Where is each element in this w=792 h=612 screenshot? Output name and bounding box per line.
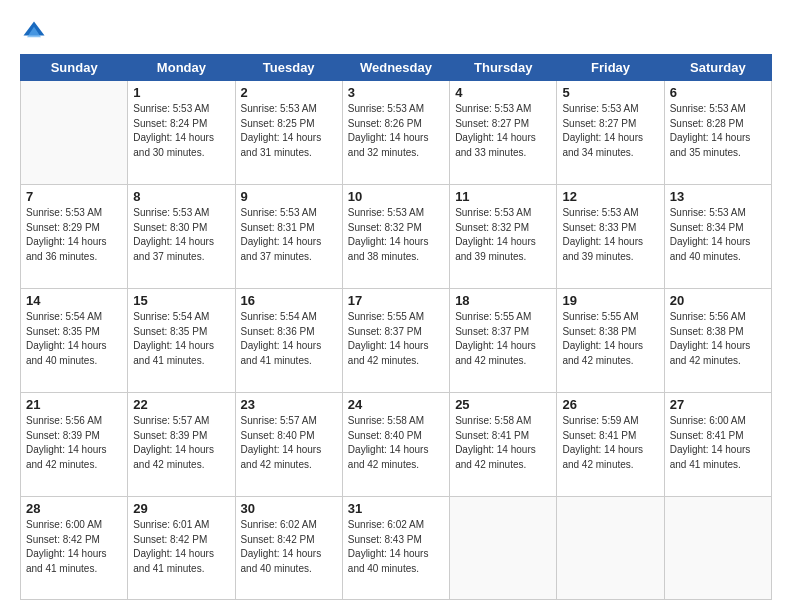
- day-number: 28: [26, 501, 122, 516]
- day-info: Sunrise: 5:55 AM Sunset: 8:38 PM Dayligh…: [562, 310, 658, 368]
- day-info: Sunrise: 5:54 AM Sunset: 8:36 PM Dayligh…: [241, 310, 337, 368]
- day-info: Sunrise: 5:53 AM Sunset: 8:30 PM Dayligh…: [133, 206, 229, 264]
- day-number: 6: [670, 85, 766, 100]
- calendar-cell: 2Sunrise: 5:53 AM Sunset: 8:25 PM Daylig…: [235, 81, 342, 185]
- day-number: 7: [26, 189, 122, 204]
- day-number: 3: [348, 85, 444, 100]
- day-info: Sunrise: 5:53 AM Sunset: 8:24 PM Dayligh…: [133, 102, 229, 160]
- day-info: Sunrise: 6:00 AM Sunset: 8:41 PM Dayligh…: [670, 414, 766, 472]
- calendar-cell: [450, 497, 557, 600]
- day-number: 4: [455, 85, 551, 100]
- day-number: 29: [133, 501, 229, 516]
- day-info: Sunrise: 5:53 AM Sunset: 8:31 PM Dayligh…: [241, 206, 337, 264]
- calendar-cell: 12Sunrise: 5:53 AM Sunset: 8:33 PM Dayli…: [557, 185, 664, 289]
- calendar-day-header: Friday: [557, 55, 664, 81]
- calendar-week-row: 21Sunrise: 5:56 AM Sunset: 8:39 PM Dayli…: [21, 393, 772, 497]
- calendar-cell: 15Sunrise: 5:54 AM Sunset: 8:35 PM Dayli…: [128, 289, 235, 393]
- day-number: 17: [348, 293, 444, 308]
- day-info: Sunrise: 5:57 AM Sunset: 8:40 PM Dayligh…: [241, 414, 337, 472]
- day-number: 10: [348, 189, 444, 204]
- day-info: Sunrise: 5:53 AM Sunset: 8:28 PM Dayligh…: [670, 102, 766, 160]
- day-number: 21: [26, 397, 122, 412]
- day-info: Sunrise: 5:58 AM Sunset: 8:40 PM Dayligh…: [348, 414, 444, 472]
- calendar-week-row: 14Sunrise: 5:54 AM Sunset: 8:35 PM Dayli…: [21, 289, 772, 393]
- day-number: 8: [133, 189, 229, 204]
- day-info: Sunrise: 5:53 AM Sunset: 8:27 PM Dayligh…: [455, 102, 551, 160]
- calendar-cell: 6Sunrise: 5:53 AM Sunset: 8:28 PM Daylig…: [664, 81, 771, 185]
- day-number: 30: [241, 501, 337, 516]
- day-info: Sunrise: 5:53 AM Sunset: 8:32 PM Dayligh…: [455, 206, 551, 264]
- day-number: 18: [455, 293, 551, 308]
- day-number: 16: [241, 293, 337, 308]
- day-info: Sunrise: 5:53 AM Sunset: 8:27 PM Dayligh…: [562, 102, 658, 160]
- day-info: Sunrise: 5:54 AM Sunset: 8:35 PM Dayligh…: [26, 310, 122, 368]
- calendar-cell: 5Sunrise: 5:53 AM Sunset: 8:27 PM Daylig…: [557, 81, 664, 185]
- calendar-cell: [664, 497, 771, 600]
- day-number: 12: [562, 189, 658, 204]
- calendar-cell: 3Sunrise: 5:53 AM Sunset: 8:26 PM Daylig…: [342, 81, 449, 185]
- calendar-table: SundayMondayTuesdayWednesdayThursdayFrid…: [20, 54, 772, 600]
- calendar-day-header: Monday: [128, 55, 235, 81]
- calendar-cell: 16Sunrise: 5:54 AM Sunset: 8:36 PM Dayli…: [235, 289, 342, 393]
- calendar-cell: 27Sunrise: 6:00 AM Sunset: 8:41 PM Dayli…: [664, 393, 771, 497]
- day-number: 14: [26, 293, 122, 308]
- day-info: Sunrise: 5:59 AM Sunset: 8:41 PM Dayligh…: [562, 414, 658, 472]
- calendar-week-row: 7Sunrise: 5:53 AM Sunset: 8:29 PM Daylig…: [21, 185, 772, 289]
- calendar-cell: 31Sunrise: 6:02 AM Sunset: 8:43 PM Dayli…: [342, 497, 449, 600]
- calendar-week-row: 28Sunrise: 6:00 AM Sunset: 8:42 PM Dayli…: [21, 497, 772, 600]
- header: [20, 18, 772, 46]
- day-info: Sunrise: 5:55 AM Sunset: 8:37 PM Dayligh…: [455, 310, 551, 368]
- calendar-cell: 18Sunrise: 5:55 AM Sunset: 8:37 PM Dayli…: [450, 289, 557, 393]
- day-info: Sunrise: 5:53 AM Sunset: 8:29 PM Dayligh…: [26, 206, 122, 264]
- calendar-cell: 8Sunrise: 5:53 AM Sunset: 8:30 PM Daylig…: [128, 185, 235, 289]
- day-info: Sunrise: 6:01 AM Sunset: 8:42 PM Dayligh…: [133, 518, 229, 576]
- calendar-cell: [21, 81, 128, 185]
- calendar-cell: 17Sunrise: 5:55 AM Sunset: 8:37 PM Dayli…: [342, 289, 449, 393]
- calendar-cell: 19Sunrise: 5:55 AM Sunset: 8:38 PM Dayli…: [557, 289, 664, 393]
- calendar-cell: 30Sunrise: 6:02 AM Sunset: 8:42 PM Dayli…: [235, 497, 342, 600]
- day-info: Sunrise: 6:02 AM Sunset: 8:42 PM Dayligh…: [241, 518, 337, 576]
- calendar-cell: 28Sunrise: 6:00 AM Sunset: 8:42 PM Dayli…: [21, 497, 128, 600]
- calendar-week-row: 1Sunrise: 5:53 AM Sunset: 8:24 PM Daylig…: [21, 81, 772, 185]
- calendar-cell: 24Sunrise: 5:58 AM Sunset: 8:40 PM Dayli…: [342, 393, 449, 497]
- calendar-cell: 20Sunrise: 5:56 AM Sunset: 8:38 PM Dayli…: [664, 289, 771, 393]
- day-number: 2: [241, 85, 337, 100]
- calendar-cell: 4Sunrise: 5:53 AM Sunset: 8:27 PM Daylig…: [450, 81, 557, 185]
- day-number: 11: [455, 189, 551, 204]
- day-number: 24: [348, 397, 444, 412]
- day-number: 19: [562, 293, 658, 308]
- day-info: Sunrise: 5:54 AM Sunset: 8:35 PM Dayligh…: [133, 310, 229, 368]
- day-number: 27: [670, 397, 766, 412]
- day-info: Sunrise: 5:57 AM Sunset: 8:39 PM Dayligh…: [133, 414, 229, 472]
- calendar-cell: 26Sunrise: 5:59 AM Sunset: 8:41 PM Dayli…: [557, 393, 664, 497]
- day-info: Sunrise: 5:53 AM Sunset: 8:32 PM Dayligh…: [348, 206, 444, 264]
- day-number: 15: [133, 293, 229, 308]
- logo: [20, 18, 52, 46]
- day-info: Sunrise: 5:55 AM Sunset: 8:37 PM Dayligh…: [348, 310, 444, 368]
- day-info: Sunrise: 5:53 AM Sunset: 8:26 PM Dayligh…: [348, 102, 444, 160]
- day-number: 26: [562, 397, 658, 412]
- day-number: 22: [133, 397, 229, 412]
- calendar-day-header: Sunday: [21, 55, 128, 81]
- day-number: 20: [670, 293, 766, 308]
- day-info: Sunrise: 6:00 AM Sunset: 8:42 PM Dayligh…: [26, 518, 122, 576]
- calendar-cell: [557, 497, 664, 600]
- day-info: Sunrise: 5:56 AM Sunset: 8:39 PM Dayligh…: [26, 414, 122, 472]
- calendar-day-header: Saturday: [664, 55, 771, 81]
- calendar-cell: 13Sunrise: 5:53 AM Sunset: 8:34 PM Dayli…: [664, 185, 771, 289]
- day-info: Sunrise: 5:53 AM Sunset: 8:25 PM Dayligh…: [241, 102, 337, 160]
- day-info: Sunrise: 6:02 AM Sunset: 8:43 PM Dayligh…: [348, 518, 444, 576]
- calendar-cell: 21Sunrise: 5:56 AM Sunset: 8:39 PM Dayli…: [21, 393, 128, 497]
- day-info: Sunrise: 5:58 AM Sunset: 8:41 PM Dayligh…: [455, 414, 551, 472]
- calendar-cell: 22Sunrise: 5:57 AM Sunset: 8:39 PM Dayli…: [128, 393, 235, 497]
- calendar-day-header: Thursday: [450, 55, 557, 81]
- calendar-day-header: Wednesday: [342, 55, 449, 81]
- calendar-cell: 14Sunrise: 5:54 AM Sunset: 8:35 PM Dayli…: [21, 289, 128, 393]
- calendar-day-header: Tuesday: [235, 55, 342, 81]
- calendar-cell: 23Sunrise: 5:57 AM Sunset: 8:40 PM Dayli…: [235, 393, 342, 497]
- day-info: Sunrise: 5:53 AM Sunset: 8:34 PM Dayligh…: [670, 206, 766, 264]
- day-info: Sunrise: 5:56 AM Sunset: 8:38 PM Dayligh…: [670, 310, 766, 368]
- calendar-cell: 25Sunrise: 5:58 AM Sunset: 8:41 PM Dayli…: [450, 393, 557, 497]
- calendar-cell: 1Sunrise: 5:53 AM Sunset: 8:24 PM Daylig…: [128, 81, 235, 185]
- day-number: 9: [241, 189, 337, 204]
